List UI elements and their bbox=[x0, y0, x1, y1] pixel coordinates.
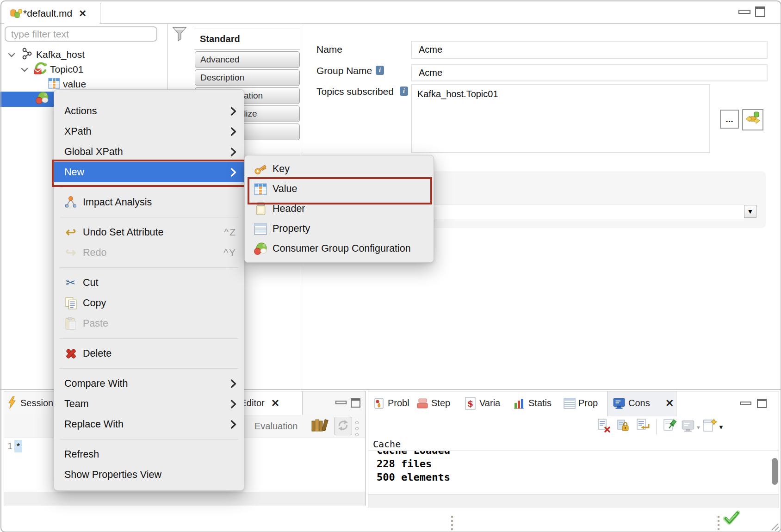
word-wrap-icon[interactable] bbox=[636, 418, 651, 435]
panel-maximize-icon[interactable] bbox=[757, 399, 767, 408]
menu-item-actions[interactable]: Actions bbox=[54, 101, 244, 121]
tree-item-label: value bbox=[63, 79, 86, 90]
trim-drag-handle[interactable] bbox=[718, 513, 719, 532]
sash-handle[interactable] bbox=[355, 418, 359, 439]
menu-item-label: Undo Set Attribute bbox=[83, 227, 164, 238]
editor-tab-default-md[interactable]: *default.md ✕ bbox=[4, 3, 100, 24]
menu-item-paste[interactable]: Paste bbox=[54, 313, 244, 334]
context-menu: Actions XPath Global XPath New Impact An… bbox=[54, 89, 244, 491]
svg-text:$: $ bbox=[467, 398, 473, 408]
submenu-item-header[interactable]: Header bbox=[245, 199, 434, 219]
name-value: Acme bbox=[419, 44, 442, 55]
combo-dropdown-button[interactable]: ▼ bbox=[744, 205, 756, 218]
impact-analysis-icon bbox=[63, 195, 78, 209]
tree-item-kafka-host[interactable]: Kafka_host bbox=[0, 47, 167, 62]
submenu-item-consumer-group-configuration[interactable]: Consumer Group Configuration bbox=[245, 239, 434, 259]
menu-item-new[interactable]: New bbox=[54, 162, 244, 182]
tab-statistics[interactable]: Statis bbox=[528, 398, 552, 408]
window-maximize-icon[interactable] bbox=[755, 6, 765, 17]
menu-item-cut[interactable]: ✂ Cut bbox=[54, 272, 244, 293]
tab-properties[interactable]: Prop bbox=[578, 398, 598, 408]
panel-minimize-icon[interactable] bbox=[335, 401, 347, 404]
tab-session[interactable]: Session bbox=[5, 391, 53, 415]
section-tab-description[interactable]: Description bbox=[195, 69, 300, 86]
sync-evaluation-button[interactable] bbox=[334, 417, 352, 435]
chevron-down-icon: ▼ bbox=[747, 208, 754, 215]
editor-hscrollbar[interactable] bbox=[4, 492, 365, 506]
resize-grip-icon[interactable] bbox=[770, 522, 779, 532]
scrollbar-thumb[interactable] bbox=[772, 458, 778, 485]
library-books-icon[interactable] bbox=[311, 418, 329, 434]
panel-maximize-icon[interactable] bbox=[351, 398, 360, 408]
chevron-down-icon[interactable] bbox=[7, 49, 16, 60]
name-label: Name bbox=[316, 44, 342, 56]
menu-item-label: Impact Analysis bbox=[83, 197, 152, 208]
undo-icon: ↩ bbox=[63, 225, 78, 240]
info-icon[interactable]: i bbox=[400, 87, 408, 96]
search-input[interactable] bbox=[5, 26, 157, 42]
menu-item-copy[interactable]: Copy bbox=[54, 293, 244, 313]
header-icon bbox=[253, 202, 268, 216]
close-icon[interactable]: ✕ bbox=[271, 397, 279, 409]
clear-console-icon[interactable] bbox=[597, 418, 611, 435]
window-minimize-icon[interactable] bbox=[738, 10, 750, 14]
redo-icon: ↪ bbox=[63, 245, 78, 260]
menu-item-impact-analysis[interactable]: Impact Analysis bbox=[54, 192, 244, 212]
name-field[interactable]: Acme bbox=[411, 41, 768, 59]
submenu-item-value[interactable]: Value bbox=[245, 179, 434, 199]
close-icon[interactable]: ✕ bbox=[79, 8, 87, 19]
section-tab-standard[interactable]: Standard bbox=[194, 29, 300, 49]
scroll-lock-icon[interactable] bbox=[616, 418, 631, 435]
menu-item-redo[interactable]: ↪ Redo ^Y bbox=[54, 242, 244, 263]
menu-item-label: XPath bbox=[64, 126, 92, 137]
pin-console-icon[interactable] bbox=[663, 418, 677, 435]
cut-icon: ✂ bbox=[63, 276, 78, 290]
tab-console[interactable]: Cons bbox=[628, 398, 650, 408]
info-icon[interactable]: i bbox=[376, 66, 384, 75]
open-console-icon[interactable] bbox=[702, 418, 717, 435]
metadata-file-icon bbox=[10, 8, 22, 21]
trim-drag-handle[interactable] bbox=[451, 513, 453, 532]
chevron-down-icon[interactable]: ▼ bbox=[696, 425, 701, 430]
tree-item-label: Kafka_host bbox=[36, 49, 85, 60]
menu-item-xpath[interactable]: XPath bbox=[54, 121, 244, 142]
menu-separator bbox=[60, 217, 238, 217]
close-icon[interactable]: ✕ bbox=[665, 397, 674, 409]
editor-line-number: 1 bbox=[7, 441, 12, 452]
console-output[interactable]: Cache Loaded 228 files 500 elements bbox=[368, 451, 771, 494]
active-tab-gap bbox=[4, 23, 99, 24]
tab-steps[interactable]: Step bbox=[431, 398, 450, 408]
menu-item-delete[interactable]: Delete bbox=[54, 343, 244, 364]
browse-button[interactable]: ... bbox=[720, 110, 739, 129]
tab-variables[interactable]: Varia bbox=[479, 398, 500, 408]
browse-label: ... bbox=[725, 114, 733, 124]
menu-item-team[interactable]: Team bbox=[54, 394, 244, 414]
submenu-arrow-icon bbox=[230, 167, 236, 177]
menu-item-undo[interactable]: ↩ Undo Set Attribute ^Z bbox=[54, 222, 244, 242]
menu-item-label: Replace With bbox=[64, 419, 124, 430]
panel-minimize-icon[interactable] bbox=[740, 402, 751, 405]
menu-item-show-properties-view[interactable]: Show Properties View bbox=[54, 464, 244, 485]
menu-item-refresh[interactable]: Refresh bbox=[54, 444, 244, 464]
menu-item-compare-with[interactable]: Compare With bbox=[54, 373, 244, 394]
sync-topics-button[interactable] bbox=[742, 109, 763, 130]
group-name-field[interactable]: Acme bbox=[411, 64, 768, 81]
chevron-down-icon[interactable]: ▼ bbox=[718, 424, 724, 431]
section-tab-advanced[interactable]: Advanced bbox=[195, 51, 300, 68]
tree-item-topic01[interactable]: Topic01 bbox=[0, 62, 167, 77]
menu-item-global-xpath[interactable]: Global XPath bbox=[54, 142, 244, 162]
menu-item-replace-with[interactable]: Replace With bbox=[54, 414, 244, 434]
submenu-item-key[interactable]: Key bbox=[245, 159, 434, 179]
paste-icon bbox=[63, 317, 78, 330]
topics-subscribed-label: Topics subscribed bbox=[316, 86, 394, 98]
consumer-group-icon bbox=[35, 91, 49, 107]
chevron-down-icon[interactable] bbox=[20, 64, 29, 75]
tab-problems[interactable]: Probl bbox=[388, 398, 409, 408]
filter-funnel-icon[interactable] bbox=[172, 26, 187, 44]
submenu-item-property[interactable]: Property bbox=[245, 219, 434, 239]
topics-subscribed-field[interactable]: Kafka_host.Topic01 bbox=[411, 84, 710, 153]
submenu-arrow-icon bbox=[230, 106, 236, 116]
editor-selected-text[interactable]: * bbox=[14, 440, 22, 452]
menu-separator bbox=[60, 338, 238, 339]
display-console-icon[interactable] bbox=[681, 419, 695, 435]
